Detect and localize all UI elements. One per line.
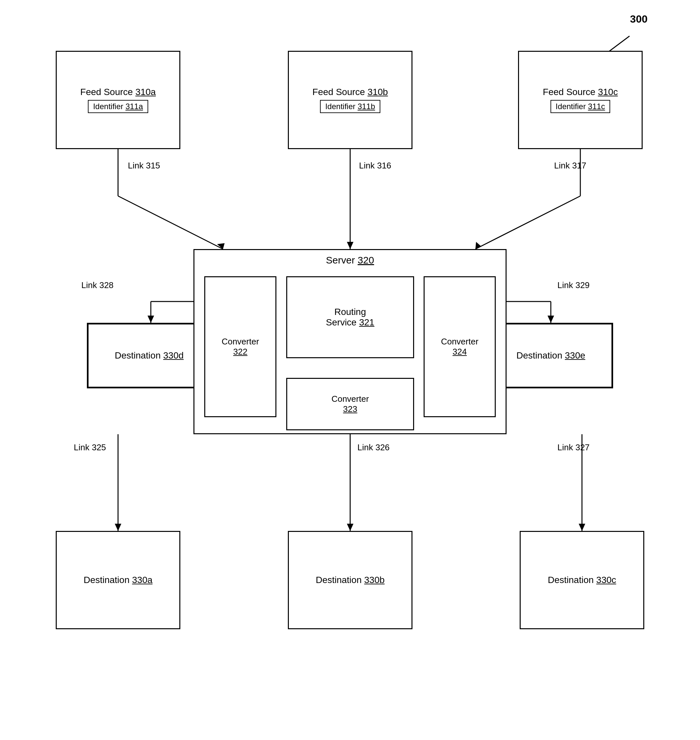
- svg-marker-6: [347, 242, 353, 249]
- feed-source-b-label: Feed Source 310b: [312, 87, 388, 97]
- ref-number: 300: [630, 13, 647, 25]
- converter-322-label: Converter322: [222, 336, 259, 357]
- feed-source-c-ref: 310c: [598, 87, 618, 97]
- link-327-label: Link 327: [557, 442, 590, 452]
- converter-323-label: Converter323: [331, 394, 369, 414]
- converter-324-label: Converter324: [441, 336, 478, 357]
- dest-330a-label: Destination 330a: [84, 575, 153, 585]
- dest-330e-label: Destination 330e: [516, 350, 585, 361]
- svg-marker-9: [475, 242, 481, 249]
- svg-marker-29: [347, 524, 353, 531]
- link-317-label: Link 317: [554, 161, 586, 171]
- dest-330b-label: Destination 330b: [316, 575, 385, 585]
- feed-source-a-ref: 310a: [135, 87, 156, 97]
- svg-line-3: [118, 196, 223, 249]
- dest-330e: Destination 330e: [488, 323, 613, 388]
- dest-330d-label: Destination 330d: [115, 350, 184, 361]
- diagram: 300: [0, 0, 700, 740]
- svg-marker-15: [547, 316, 554, 323]
- dest-330a: Destination 330a: [56, 531, 180, 629]
- identifier-b-ref: 311b: [358, 102, 375, 111]
- dest-330c-label: Destination 330c: [548, 575, 616, 585]
- converter-324: Converter324: [424, 276, 496, 417]
- server-ref: 320: [358, 255, 374, 266]
- svg-marker-4: [217, 243, 225, 249]
- identifier-c-ref: 311c: [588, 102, 605, 111]
- svg-line-8: [475, 196, 580, 249]
- feed-source-b-ref: 310b: [368, 87, 388, 97]
- svg-marker-12: [147, 316, 154, 323]
- dest-330d: Destination 330d: [87, 323, 212, 388]
- link-329-label: Link 329: [557, 280, 590, 290]
- identifier-a: Identifier 311a: [88, 100, 148, 113]
- identifier-a-ref: 311a: [126, 102, 143, 111]
- server-label: Server 320: [326, 255, 374, 266]
- link-316-label: Link 316: [359, 161, 391, 171]
- dest-330c: Destination 330c: [520, 531, 644, 629]
- feed-source-c: Feed Source 310c Identifier 311c: [518, 51, 643, 149]
- feed-source-c-label: Feed Source 310c: [543, 87, 618, 97]
- server-320: Server 320 Converter322 Converter324 Rou…: [193, 249, 507, 434]
- feed-source-b: Feed Source 310b Identifier 311b: [288, 51, 412, 149]
- feed-source-a: Feed Source 310a Identifier 311a: [56, 51, 180, 149]
- svg-marker-31: [579, 524, 585, 531]
- identifier-c: Identifier 311c: [550, 100, 610, 113]
- routing-service-321: RoutingService 321: [286, 276, 414, 358]
- routing-service-label: RoutingService 321: [326, 307, 374, 328]
- identifier-b: Identifier 311b: [320, 100, 380, 113]
- svg-marker-27: [115, 524, 121, 531]
- converter-322: Converter322: [204, 276, 276, 417]
- link-326-label: Link 326: [357, 442, 390, 452]
- converter-323: Converter323: [286, 378, 414, 430]
- dest-330b: Destination 330b: [288, 531, 412, 629]
- link-325-label: Link 325: [74, 442, 106, 452]
- link-315-label: Link 315: [128, 161, 160, 171]
- feed-source-a-label: Feed Source 310a: [80, 87, 156, 97]
- link-328-label: Link 328: [81, 280, 113, 290]
